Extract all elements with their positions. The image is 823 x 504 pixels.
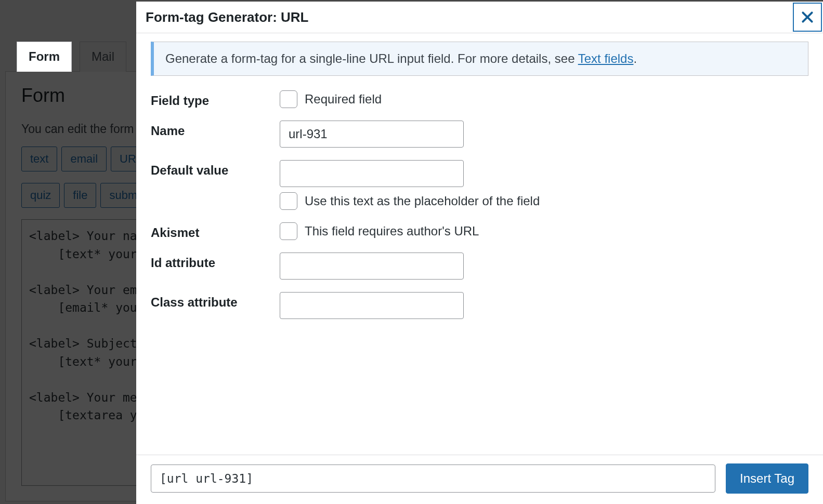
name-row: Name: [151, 121, 808, 148]
required-field-label: Required field: [305, 92, 382, 107]
close-button[interactable]: [793, 3, 822, 32]
insert-tag-button[interactable]: Insert Tag: [726, 463, 808, 494]
modal-title: Form-tag Generator: URL: [146, 9, 308, 25]
info-text-before: Generate a form-tag for a single-line UR…: [165, 51, 578, 65]
akismet-checkbox-label: This field requires author's URL: [305, 224, 479, 238]
placeholder-option-row: Use this text as the placeholder of the …: [280, 192, 808, 210]
required-field-checkbox[interactable]: [280, 90, 297, 108]
form-tag-generator-modal: Form-tag Generator: URL Generate a form-…: [136, 2, 823, 504]
placeholder-checkbox-label: Use this text as the placeholder of the …: [305, 194, 540, 208]
akismet-row: Akismet This field requires author's URL: [151, 222, 808, 240]
field-type-row: Field type Required field: [151, 90, 808, 108]
placeholder-checkbox[interactable]: [280, 192, 297, 210]
close-icon: [801, 10, 814, 24]
text-fields-link[interactable]: Text fields: [578, 51, 634, 65]
id-attr-label: Id attribute: [151, 253, 280, 270]
modal-footer: Insert Tag: [136, 455, 823, 504]
info-box: Generate a form-tag for a single-line UR…: [151, 42, 808, 76]
default-value-row: Default value: [151, 160, 808, 187]
name-label: Name: [151, 121, 280, 138]
akismet-checkbox[interactable]: [280, 222, 297, 240]
tab-form[interactable]: Form: [17, 42, 72, 72]
default-value-input[interactable]: [280, 160, 464, 187]
modal-header: Form-tag Generator: URL: [136, 2, 823, 33]
akismet-label: Akismet: [151, 222, 280, 240]
field-type-label: Field type: [151, 90, 280, 108]
class-attr-input[interactable]: [280, 292, 464, 319]
default-value-label: Default value: [151, 160, 280, 178]
class-attr-label: Class attribute: [151, 292, 280, 310]
tag-output-field[interactable]: [151, 465, 715, 493]
id-attr-row: Id attribute: [151, 253, 808, 280]
class-attr-row: Class attribute: [151, 292, 808, 319]
modal-body: Generate a form-tag for a single-line UR…: [136, 33, 823, 455]
id-attr-input[interactable]: [280, 253, 464, 280]
name-input[interactable]: [280, 121, 464, 148]
info-text-after: .: [633, 51, 637, 65]
